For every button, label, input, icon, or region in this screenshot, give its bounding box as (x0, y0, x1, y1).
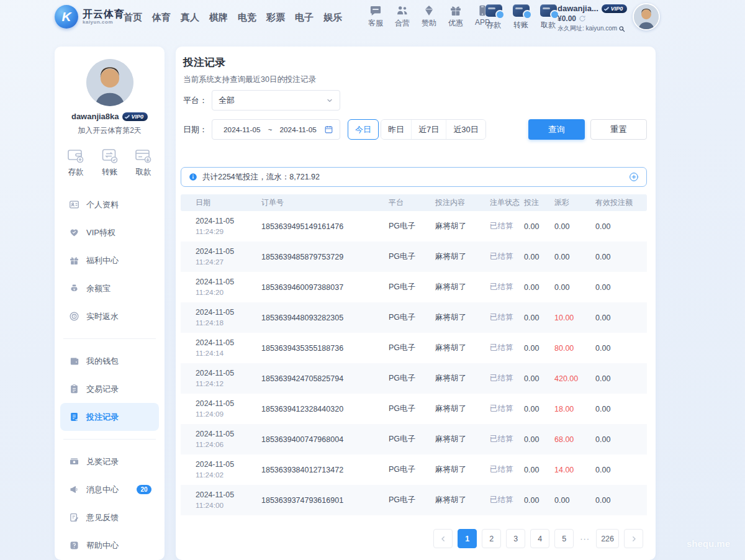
nav-item-esports[interactable]: 电竞 (236, 9, 258, 26)
column-header: 日期 (196, 197, 261, 208)
sidebar-action-deposit[interactable]: 存款 (67, 148, 84, 178)
cell-payout: 68.00 (554, 435, 595, 444)
page-button-1[interactable]: 1 (458, 529, 477, 548)
sidebar-item-feedback[interactable]: 意见反馈 (60, 504, 159, 531)
cell-content: 麻将胡了 (435, 251, 490, 262)
rebate-icon (69, 311, 79, 322)
table-row[interactable]: 2024-11-0511:24:201853639460097388037PG电… (181, 272, 647, 302)
sidebar-action-transfer[interactable]: 转账 (101, 148, 119, 178)
sidebar-action-withdraw[interactable]: 取款 (135, 148, 152, 178)
sidebar-item-rebate[interactable]: 实时返水 (60, 302, 159, 330)
reset-button[interactable]: 重置 (590, 119, 647, 140)
header-link-deposit[interactable]: 存款 (484, 4, 503, 30)
table-body: 2024-11-0511:24:291853639495149161476PG电… (181, 211, 647, 515)
logo-k-icon: K (55, 5, 78, 29)
cell-payout: 0.00 (554, 496, 595, 505)
column-header: 投注 (524, 197, 554, 208)
cell-bet: 0.00 (524, 344, 554, 353)
avatar[interactable] (633, 3, 660, 30)
sidebar-item-bets[interactable]: 投注记录 (60, 403, 159, 431)
quick-date-yesterday[interactable]: 昨日 (381, 120, 411, 139)
header-link-partners[interactable]: 合营 (392, 4, 413, 29)
cell-date: 2024-11-0511:24:12 (196, 369, 261, 388)
date-filter-row: 日期： 2024-11-05 ~ 2024-11-05 今日昨日近7日近30日 … (183, 119, 647, 140)
page-button-226[interactable]: 226 (596, 529, 619, 548)
table-row[interactable]: 2024-11-0511:24:021853639384012713472PG电… (181, 454, 647, 485)
header-link-service[interactable]: 客服 (365, 4, 386, 29)
cell-order: 1853639400747968004 (261, 435, 389, 444)
search-icon[interactable] (618, 25, 625, 32)
nav-item-lottery[interactable]: 彩票 (264, 9, 287, 26)
header-link-promo[interactable]: 优惠 (445, 4, 466, 29)
date-range-input[interactable]: 2024-11-05 ~ 2024-11-05 (212, 119, 340, 140)
cell-payout: 80.00 (554, 344, 595, 353)
quick-date-last7[interactable]: 近7日 (411, 120, 446, 139)
nav-item-sports[interactable]: 体育 (150, 9, 173, 26)
sidebar-item-messages[interactable]: 消息中心20 (60, 476, 159, 504)
quick-date-today[interactable]: 今日 (348, 119, 379, 140)
sidebar-item-transactions[interactable]: 交易记录 (60, 375, 159, 403)
avatar[interactable] (86, 59, 133, 106)
deposit-outline-icon (67, 148, 84, 164)
platform-select[interactable]: 全部 (212, 90, 340, 111)
top-bar: K 开云体育 kaiyun.com 首页体育真人棋牌电竞彩票电子娱乐 客服合营赞… (0, 0, 745, 35)
page-subtitle: 当前系统支持查询最近30日的投注记录 (183, 75, 656, 85)
withdraw-card-icon (540, 4, 557, 17)
table-row[interactable]: 2024-11-0511:24:271853639485879753729PG电… (181, 242, 647, 272)
page-button-5[interactable]: 5 (554, 529, 574, 548)
page-button-2[interactable]: 2 (482, 529, 501, 548)
nav-item-slots[interactable]: 电子 (293, 9, 315, 26)
page-button-3[interactable]: 3 (506, 529, 525, 548)
cell-valid: 0.00 (595, 496, 647, 505)
next-page-button[interactable] (624, 529, 643, 548)
cell-status: 已结算 (490, 464, 524, 475)
expand-plus-icon[interactable] (629, 172, 639, 182)
nav-item-entertainment[interactable]: 娱乐 (322, 9, 344, 26)
nav-item-live[interactable]: 真人 (179, 9, 201, 26)
cell-status: 已结算 (490, 343, 524, 353)
cell-date: 2024-11-0511:24:06 (196, 430, 261, 449)
nav-item-chess[interactable]: 棋牌 (207, 9, 230, 26)
header-link-withdraw[interactable]: 取款 (538, 4, 558, 30)
cell-date: 2024-11-0511:24:27 (196, 247, 261, 266)
column-header: 有效投注额 (595, 197, 647, 208)
header-link-sponsor[interactable]: 赞助 (418, 4, 440, 29)
table-row[interactable]: 2024-11-0511:24:121853639424705825794PG电… (181, 363, 647, 394)
table-row[interactable]: 2024-11-0511:24:181853639448093282305PG电… (181, 302, 647, 333)
quick-date-last30[interactable]: 近30日 (446, 120, 485, 139)
sidebar-item-help[interactable]: 帮助中心 (60, 531, 159, 559)
cell-order: 1853639424705825794 (261, 374, 389, 383)
yuebao-icon (69, 283, 79, 294)
user-block[interactable]: dawanjia... VIP0 ¥0.00 永久网址: kaiyun.com (558, 4, 631, 33)
cell-content: 麻将胡了 (435, 464, 490, 475)
refresh-icon[interactable] (579, 15, 586, 22)
prev-page-button[interactable] (433, 529, 453, 548)
sidebar-item-welfare[interactable]: 福利中心 (60, 246, 159, 274)
table-row[interactable]: 2024-11-0511:24:061853639400747968004PG电… (181, 424, 647, 454)
sidebar-item-prize[interactable]: 兑奖记录 (60, 448, 159, 476)
table-row[interactable]: 2024-11-0511:24:141853639435355188736PG电… (181, 333, 647, 363)
cell-status: 已结算 (490, 312, 524, 323)
sidebar-item-profile[interactable]: 个人资料 (60, 191, 159, 219)
sidebar-quick-actions: 存款转账取款 (55, 148, 165, 178)
cell-bet: 0.00 (524, 374, 554, 383)
table-row[interactable]: 2024-11-0511:24:001853639374793616901PG电… (181, 485, 647, 515)
logo-title: 开云体育 (83, 9, 125, 19)
sidebar: dawanjia8ka VIP0 加入开云体育第2天 存款转账取款 个人资料VI… (55, 47, 165, 560)
cell-platform: PG电子 (389, 373, 435, 384)
sponsor-icon (423, 4, 435, 17)
summary-bar: 共计2254笔投注，流水：8,721.92 (181, 167, 647, 187)
page: K 开云体育 kaiyun.com 首页体育真人棋牌电竞彩票电子娱乐 客服合营赞… (0, 0, 745, 560)
cell-date: 2024-11-0511:24:02 (196, 460, 261, 479)
table-row[interactable]: 2024-11-0511:24:091853639412328440320PG电… (181, 394, 647, 424)
sidebar-item-wallet[interactable]: 我的钱包 (60, 347, 159, 375)
query-button[interactable]: 查询 (528, 119, 585, 140)
table-row[interactable]: 2024-11-0511:24:291853639495149161476PG电… (181, 211, 647, 242)
sidebar-item-yuebao[interactable]: 余额宝 (60, 274, 159, 302)
cell-content: 麻将胡了 (435, 404, 490, 414)
sidebar-item-vip[interactable]: VIP特权 (60, 219, 159, 246)
nav-item-home[interactable]: 首页 (122, 9, 144, 26)
header-link-transfer[interactable]: 转账 (511, 4, 531, 30)
page-button-4[interactable]: 4 (530, 529, 549, 548)
site-logo[interactable]: K 开云体育 kaiyun.com (55, 5, 125, 29)
